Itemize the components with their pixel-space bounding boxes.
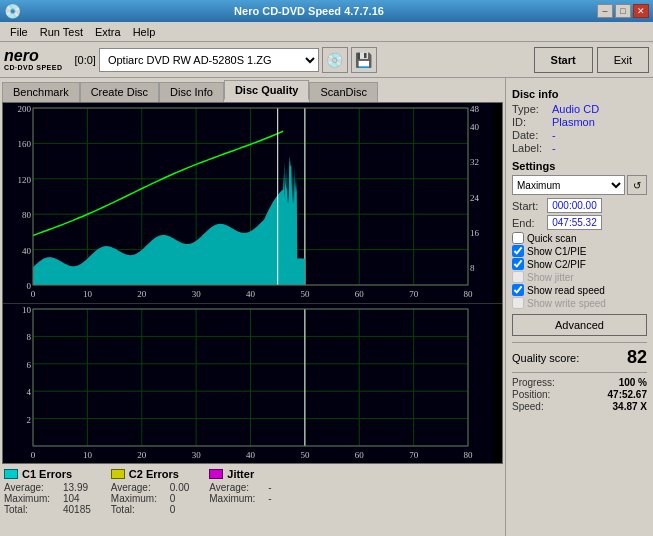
- c1-total-label: Total:: [4, 504, 59, 515]
- speed-select[interactable]: Maximum: [512, 175, 625, 195]
- speed-value: 34.87 X: [613, 401, 647, 412]
- disc-icon-button[interactable]: 💿: [322, 47, 348, 73]
- legend-jitter: Jitter Average: - Maximum: -: [209, 468, 271, 515]
- quality-score-label: Quality score:: [512, 352, 579, 364]
- disc-type-value: Audio CD: [552, 103, 599, 115]
- disc-date-label: Date:: [512, 129, 552, 141]
- legend-c2: C2 Errors Average: 0.00 Maximum: 0 Total…: [111, 468, 189, 515]
- show-write-speed-label: Show write speed: [527, 298, 606, 309]
- speed-label: Speed:: [512, 401, 544, 412]
- disc-id-row: ID: Plasmon: [512, 116, 647, 128]
- tab-create-disc[interactable]: Create Disc: [80, 82, 159, 102]
- tab-disc-quality[interactable]: Disc Quality: [224, 80, 310, 100]
- show-read-speed-label: Show read speed: [527, 285, 605, 296]
- advanced-button[interactable]: Advanced: [512, 314, 647, 336]
- c2-label: C2 Errors: [129, 468, 179, 480]
- position-row: Position: 47:52.67: [512, 389, 647, 400]
- show-jitter-row: Show jitter: [512, 271, 647, 283]
- drive-bracket-label: [0:0]: [75, 54, 96, 66]
- app-icon: 💿: [4, 3, 21, 19]
- position-label: Position:: [512, 389, 550, 400]
- show-c2-pif-row: Show C2/PIF: [512, 258, 647, 270]
- c1-total-value: 40185: [63, 504, 91, 515]
- right-panel: Disc info Type: Audio CD ID: Plasmon Dat…: [505, 78, 653, 536]
- progress-label: Progress:: [512, 377, 555, 388]
- legend-area: C1 Errors Average: 13.99 Maximum: 104 To…: [2, 464, 503, 519]
- settings-speed-row: Maximum ↺: [512, 175, 647, 195]
- drive-select[interactable]: Optiarc DVD RW AD-5280S 1.ZG: [99, 48, 319, 72]
- menu-extra[interactable]: Extra: [89, 24, 127, 40]
- progress-value: 100 %: [619, 377, 647, 388]
- chart-top: [3, 103, 502, 303]
- show-c1-pie-row: Show C1/PIE: [512, 245, 647, 257]
- show-read-speed-row: Show read speed: [512, 284, 647, 296]
- c2-max-label: Maximum:: [111, 493, 166, 504]
- save-icon-button[interactable]: 💾: [351, 47, 377, 73]
- show-c1-pie-checkbox[interactable]: [512, 245, 524, 257]
- disc-type-label: Type:: [512, 103, 552, 115]
- menu-run-test[interactable]: Run Test: [34, 24, 89, 40]
- show-write-speed-checkbox[interactable]: [512, 297, 524, 309]
- disc-label-label: Label:: [512, 142, 552, 154]
- disc-id-value: Plasmon: [552, 116, 595, 128]
- toolbar: nero CD·DVD SPEED [0:0] Optiarc DVD RW A…: [0, 42, 653, 78]
- menu-help[interactable]: Help: [127, 24, 162, 40]
- jitter-avg-label: Average:: [209, 482, 264, 493]
- app-title: Nero CD-DVD Speed 4.7.7.16: [21, 5, 597, 17]
- start-time-value[interactable]: 000:00.00: [547, 198, 602, 213]
- show-read-speed-checkbox[interactable]: [512, 284, 524, 296]
- end-time-row: End: 047:55.32: [512, 215, 647, 230]
- position-value: 47:52.67: [608, 389, 647, 400]
- speed-row: Speed: 34.87 X: [512, 401, 647, 412]
- tab-disc-info[interactable]: Disc Info: [159, 82, 224, 102]
- disc-info-title: Disc info: [512, 88, 647, 100]
- progress-row: Progress: 100 %: [512, 377, 647, 388]
- show-write-speed-row: Show write speed: [512, 297, 647, 309]
- start-time-row: Start: 000:00.00: [512, 198, 647, 213]
- c1-avg-value: 13.99: [63, 482, 88, 493]
- settings-title: Settings: [512, 160, 647, 172]
- start-button[interactable]: Start: [534, 47, 593, 73]
- disc-id-label: ID:: [512, 116, 552, 128]
- c1-max-label: Maximum:: [4, 493, 59, 504]
- title-bar: 💿 Nero CD-DVD Speed 4.7.7.16 – □ ✕: [0, 0, 653, 22]
- c1-avg-label: Average:: [4, 482, 59, 493]
- tabs: Benchmark Create Disc Disc Info Disc Qua…: [2, 80, 503, 100]
- disc-date-row: Date: -: [512, 129, 647, 141]
- c2-avg-value: 0.00: [170, 482, 189, 493]
- c1-color-box: [4, 469, 18, 479]
- show-c1-pie-label: Show C1/PIE: [527, 246, 586, 257]
- disc-type-row: Type: Audio CD: [512, 103, 647, 115]
- c1-max-value: 104: [63, 493, 80, 504]
- chart-bottom: [3, 303, 502, 463]
- disc-label-value: -: [552, 142, 556, 154]
- quick-scan-label: Quick scan: [527, 233, 576, 244]
- c2-color-box: [111, 469, 125, 479]
- progress-section: Progress: 100 % Position: 47:52.67 Speed…: [512, 372, 647, 412]
- exit-button[interactable]: Exit: [597, 47, 649, 73]
- show-jitter-checkbox[interactable]: [512, 271, 524, 283]
- tab-scan-disc[interactable]: ScanDisc: [309, 82, 377, 102]
- show-jitter-label: Show jitter: [527, 272, 574, 283]
- menu-file[interactable]: File: [4, 24, 34, 40]
- quality-score-value: 82: [627, 347, 647, 368]
- jitter-label: Jitter: [227, 468, 254, 480]
- end-time-label: End:: [512, 217, 547, 229]
- jitter-max-label: Maximum:: [209, 493, 264, 504]
- legend-c1: C1 Errors Average: 13.99 Maximum: 104 To…: [4, 468, 91, 515]
- minimize-button[interactable]: –: [597, 4, 613, 18]
- quick-scan-checkbox[interactable]: [512, 232, 524, 244]
- jitter-color-box: [209, 469, 223, 479]
- jitter-max-value: -: [268, 493, 271, 504]
- quality-score-row: Quality score: 82: [512, 342, 647, 368]
- c2-avg-label: Average:: [111, 482, 166, 493]
- settings-refresh-button[interactable]: ↺: [627, 175, 647, 195]
- close-button[interactable]: ✕: [633, 4, 649, 18]
- end-time-value[interactable]: 047:55.32: [547, 215, 602, 230]
- show-c2-pif-checkbox[interactable]: [512, 258, 524, 270]
- main-content: Benchmark Create Disc Disc Info Disc Qua…: [0, 78, 653, 536]
- tab-benchmark[interactable]: Benchmark: [2, 82, 80, 102]
- logo: nero CD·DVD SPEED: [4, 48, 63, 71]
- disc-date-value: -: [552, 129, 556, 141]
- maximize-button[interactable]: □: [615, 4, 631, 18]
